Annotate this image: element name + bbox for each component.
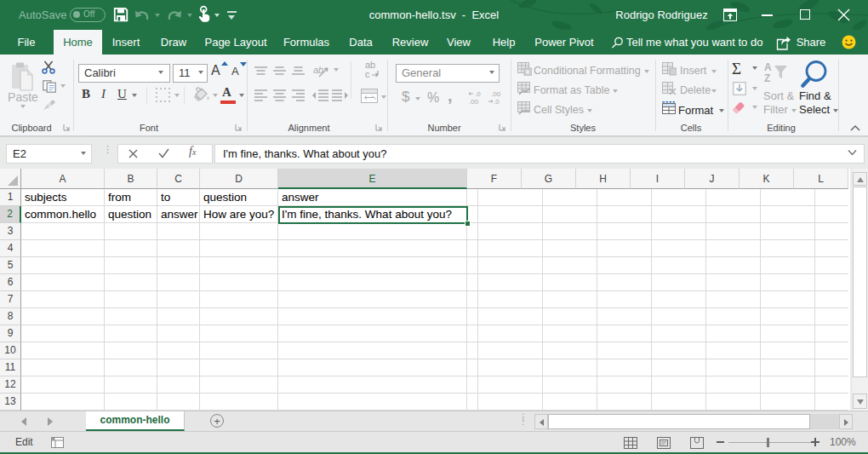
svg-text:c: c	[365, 69, 370, 79]
svg-text:.0: .0	[494, 98, 500, 106]
svg-text:.00: .00	[469, 98, 479, 106]
svg-text:.00: .00	[491, 90, 501, 98]
svg-text:.0: .0	[475, 90, 481, 98]
